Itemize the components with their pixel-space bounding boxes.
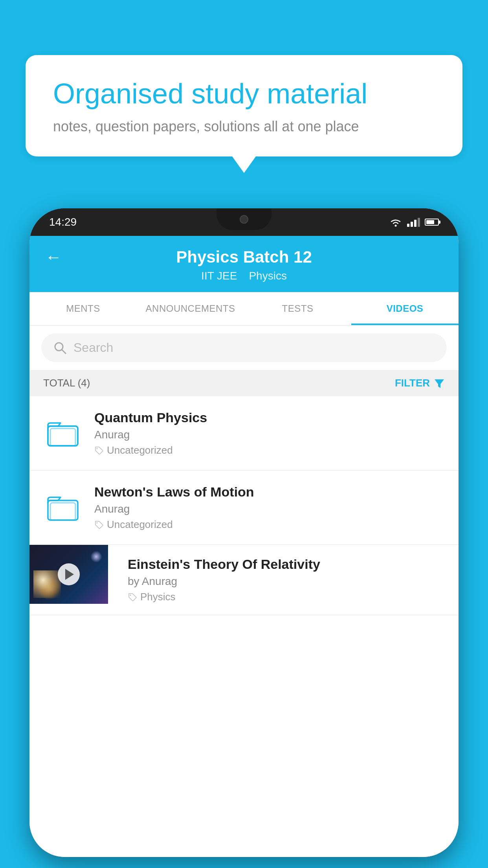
folder-icon [47, 419, 79, 447]
video-author: by Anurag [128, 575, 451, 588]
thumbnail-stars [90, 551, 102, 563]
video-tag: Uncategorized [94, 444, 445, 456]
svg-line-2 [62, 349, 66, 353]
list-item[interactable]: Einstein's Theory Of Relativity by Anura… [29, 545, 459, 615]
video-title: Einstein's Theory Of Relativity [128, 557, 451, 572]
video-tag: Physics [128, 591, 451, 603]
video-title: Quantum Physics [94, 410, 445, 425]
total-count: TOTAL (4) [43, 377, 90, 389]
svg-marker-3 [435, 379, 444, 388]
tag-icon [128, 592, 137, 602]
header-tag-iitjee: IIT JEE [201, 270, 237, 282]
video-item-content: Newton's Laws of Motion Anurag Uncategor… [94, 484, 445, 531]
list-item[interactable]: Newton's Laws of Motion Anurag Uncategor… [29, 471, 459, 545]
video-author: Anurag [94, 428, 445, 441]
content-list: Quantum Physics Anurag Uncategorized [29, 396, 459, 857]
search-input-wrapper[interactable]: Search [41, 333, 447, 362]
tag-icon [94, 446, 104, 455]
folder-icon-container [43, 488, 83, 527]
wifi-icon [389, 217, 402, 227]
tab-announcements[interactable]: ANNOUNCEMENTS [137, 292, 244, 325]
video-title: Newton's Laws of Motion [94, 484, 445, 500]
app-screen: ← Physics Batch 12 IIT JEE Physics MENTS… [29, 236, 459, 857]
tab-videos[interactable]: VIDEOS [351, 292, 459, 325]
header-tag-physics: Physics [249, 270, 286, 282]
tab-tests[interactable]: TESTS [244, 292, 351, 325]
svg-point-11 [130, 594, 131, 596]
battery-icon [425, 219, 439, 226]
signal-icon [407, 217, 420, 227]
status-time: 14:29 [49, 216, 77, 228]
tab-ments[interactable]: MENTS [29, 292, 137, 325]
video-item-content: Quantum Physics Anurag Uncategorized [94, 410, 445, 456]
list-item[interactable]: Quantum Physics Anurag Uncategorized [29, 396, 459, 471]
svg-point-10 [97, 522, 98, 523]
phone-notch [216, 208, 272, 230]
speech-bubble-title: Organised study material [53, 77, 435, 110]
search-icon [53, 341, 67, 355]
tag-icon [94, 520, 104, 530]
speech-bubble: Organised study material notes, question… [26, 55, 462, 156]
play-button[interactable] [58, 563, 80, 585]
phone-frame: 14:29 [29, 208, 459, 857]
svg-point-0 [395, 225, 397, 227]
svg-rect-6 [50, 428, 75, 446]
app-header: ← Physics Batch 12 IIT JEE Physics [29, 236, 459, 292]
filter-icon [434, 378, 445, 389]
status-icons [389, 217, 439, 227]
video-item-content: Einstein's Theory Of Relativity by Anura… [120, 545, 459, 615]
filter-bar: TOTAL (4) FILTER [29, 370, 459, 396]
video-author: Anurag [94, 503, 445, 515]
video-thumbnail [29, 545, 108, 604]
back-button[interactable]: ← [45, 248, 62, 267]
search-input[interactable]: Search [73, 340, 113, 355]
front-camera [240, 215, 248, 224]
search-container: Search [29, 326, 459, 370]
tabs-bar: MENTS ANNOUNCEMENTS TESTS VIDEOS [29, 292, 459, 326]
status-bar: 14:29 [29, 208, 459, 236]
svg-point-7 [97, 448, 98, 449]
svg-rect-9 [50, 503, 75, 520]
filter-button[interactable]: FILTER [395, 377, 445, 389]
folder-icon [47, 493, 79, 522]
speech-bubble-container: Organised study material notes, question… [26, 55, 462, 156]
video-tag: Uncategorized [94, 519, 445, 531]
folder-icon-container [43, 414, 83, 453]
play-icon [65, 569, 74, 580]
speech-bubble-subtitle: notes, question papers, solutions all at… [53, 118, 435, 135]
app-title: Physics Batch 12 [176, 248, 312, 267]
